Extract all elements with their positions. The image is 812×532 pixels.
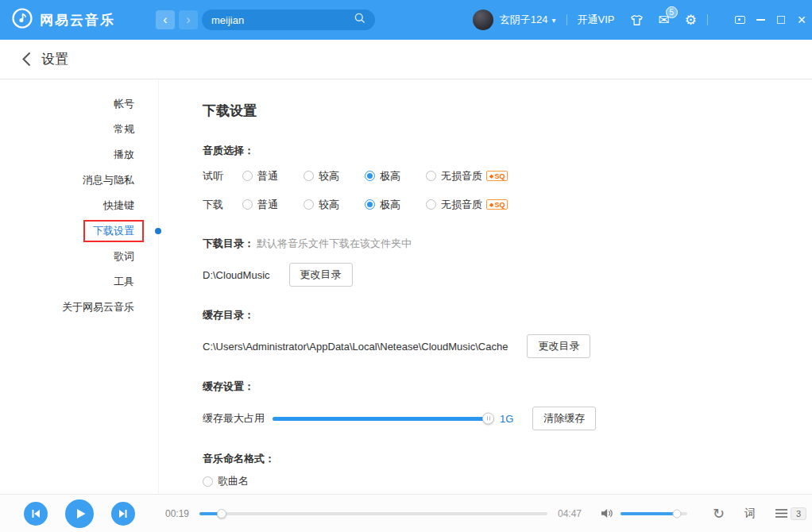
sq-quality-badge: ◆ SQ bbox=[486, 171, 508, 181]
progress-handle[interactable] bbox=[217, 509, 226, 519]
minimize-icon bbox=[756, 19, 765, 21]
mini-player-button[interactable] bbox=[729, 0, 750, 40]
netease-logo-icon bbox=[11, 7, 33, 33]
theme-shirt-icon[interactable] bbox=[630, 13, 644, 27]
radio-icon bbox=[242, 171, 253, 181]
naming-format-section: 音乐命名格式： 歌曲名 歌手 - 歌曲名 歌曲名 - 歌手 bbox=[203, 452, 812, 494]
radio-option-lossless[interactable]: 无损音质 ◆ SQ bbox=[426, 169, 508, 183]
settings-content: 帐号 常规 播放 消息与隐私 快捷键 下载设置 歌词 工具 关于网易云音乐 下载… bbox=[0, 80, 812, 494]
user-name[interactable]: 玄阴子124 bbox=[500, 13, 548, 27]
nav-forward-button[interactable]: › bbox=[179, 10, 198, 29]
mail-icon[interactable]: ✉ 5 bbox=[659, 13, 670, 27]
app-logo: 网易云音乐 bbox=[11, 7, 115, 33]
nav-back-button[interactable]: ‹ bbox=[156, 10, 175, 29]
close-icon: × bbox=[798, 13, 806, 27]
app-title: 网易云音乐 bbox=[40, 11, 115, 29]
sidebar-item-account[interactable]: 帐号 bbox=[0, 91, 158, 117]
sidebar-item-tools[interactable]: 工具 bbox=[0, 269, 158, 295]
minimize-button[interactable] bbox=[750, 0, 771, 40]
titlebar: 网易云音乐 ‹ › 玄阴子124 ▾ 开通VIP ✉ 5 ⚙ bbox=[0, 0, 812, 40]
naming-option-song[interactable]: 歌曲名 bbox=[203, 471, 812, 492]
cache-settings-title: 缓存设置： bbox=[203, 380, 812, 394]
quality-row-download: 下载 普通 较高 极高 无损音质 ◆ bbox=[203, 194, 812, 215]
radio-option-higher[interactable]: 较高 bbox=[304, 169, 365, 183]
next-track-button[interactable] bbox=[111, 502, 135, 526]
quality-section-title: 音质选择： bbox=[203, 144, 812, 158]
radio-icon bbox=[203, 476, 213, 487]
sidebar-item-about[interactable]: 关于网易云音乐 bbox=[0, 295, 158, 320]
sq-diamond-icon: ◆ bbox=[489, 173, 493, 179]
sidebar-item-general[interactable]: 常规 bbox=[0, 117, 158, 142]
settings-header: 设置 bbox=[0, 40, 812, 79]
change-download-dir-button[interactable]: 更改目录 bbox=[289, 263, 353, 287]
cache-size-slider[interactable] bbox=[273, 417, 489, 421]
playlist-button[interactable]: 3 bbox=[775, 507, 806, 520]
radio-option-lossless[interactable]: 无损音质 ◆ SQ bbox=[426, 198, 508, 212]
search-box[interactable] bbox=[202, 10, 375, 30]
radio-checked-icon bbox=[365, 171, 375, 181]
radio-option-normal[interactable]: 普通 bbox=[242, 169, 304, 183]
close-button[interactable]: × bbox=[791, 0, 812, 40]
sidebar-item-playback[interactable]: 播放 bbox=[0, 142, 158, 168]
change-cache-dir-button[interactable]: 更改目录 bbox=[527, 334, 590, 358]
cache-dir-path: C:\Users\Administrator\AppData\Local\Net… bbox=[203, 341, 508, 353]
user-avatar[interactable] bbox=[473, 10, 493, 30]
radio-icon bbox=[304, 171, 314, 181]
cache-slider-handle[interactable] bbox=[482, 413, 494, 425]
maximize-icon bbox=[777, 16, 785, 24]
radio-option-highest[interactable]: 极高 bbox=[365, 198, 426, 212]
loop-mode-icon[interactable]: ↻ bbox=[713, 507, 725, 521]
playlist-count-badge: 3 bbox=[791, 507, 806, 520]
quality-row-label: 下载 bbox=[203, 198, 242, 212]
open-vip-link[interactable]: 开通VIP bbox=[578, 13, 615, 27]
current-time: 00:19 bbox=[159, 508, 189, 519]
selected-indicator-dot bbox=[155, 228, 161, 234]
radio-icon bbox=[242, 199, 253, 210]
clear-cache-button[interactable]: 清除缓存 bbox=[532, 407, 596, 430]
sidebar-item-privacy[interactable]: 消息与隐私 bbox=[0, 168, 158, 193]
radio-icon bbox=[304, 199, 314, 210]
search-icon[interactable] bbox=[354, 13, 365, 27]
volume-slider[interactable] bbox=[621, 512, 687, 515]
settings-gear-icon[interactable]: ⚙ bbox=[685, 13, 697, 27]
titlebar-separator bbox=[707, 14, 708, 25]
playlist-icon bbox=[775, 508, 788, 519]
total-time: 04:47 bbox=[558, 508, 588, 519]
cache-dir-section: 缓存目录： C:\Users\Administrator\AppData\Loc… bbox=[203, 308, 812, 358]
sidebar-item-hotkeys[interactable]: 快捷键 bbox=[0, 193, 158, 218]
radio-option-normal[interactable]: 普通 bbox=[242, 198, 304, 212]
chevron-down-icon: ▾ bbox=[552, 16, 556, 25]
sidebar-item-lyrics[interactable]: 歌词 bbox=[0, 244, 158, 269]
cache-dir-title: 缓存目录： bbox=[203, 308, 812, 322]
mail-badge: 5 bbox=[666, 6, 678, 18]
volume-icon[interactable] bbox=[601, 508, 613, 519]
sq-diamond-icon: ◆ bbox=[489, 202, 493, 207]
download-dir-section: 下载目录：默认将音乐文件下载在该文件夹中 D:\CloudMusic 更改目录 bbox=[203, 237, 812, 287]
maximize-button[interactable] bbox=[771, 0, 791, 40]
radio-option-highest[interactable]: 极高 bbox=[365, 169, 426, 183]
play-button[interactable] bbox=[65, 499, 94, 528]
mini-player-icon bbox=[735, 16, 745, 24]
quality-section: 音质选择： 试听 普通 较高 极高 无损音质 bbox=[203, 144, 812, 215]
previous-track-button[interactable] bbox=[24, 502, 48, 526]
volume-fill bbox=[621, 512, 677, 515]
lyrics-toggle-icon[interactable]: 词 bbox=[744, 507, 756, 521]
quality-row-label: 试听 bbox=[203, 169, 242, 183]
cache-settings-section: 缓存设置： 缓存最大占用 1G 清除缓存 bbox=[203, 380, 812, 430]
volume-handle[interactable] bbox=[673, 509, 682, 518]
sidebar-item-download-settings[interactable]: 下载设置 bbox=[0, 218, 158, 244]
settings-back-button[interactable] bbox=[22, 52, 31, 67]
download-settings-panel: 下载设置 音质选择： 试听 普通 较高 极高 bbox=[159, 80, 812, 494]
panel-title: 下载设置 bbox=[203, 102, 812, 120]
naming-format-title: 音乐命名格式： bbox=[203, 452, 812, 466]
progress-bar[interactable] bbox=[199, 512, 547, 515]
titlebar-separator bbox=[566, 14, 567, 25]
cache-max-label: 缓存最大占用 bbox=[203, 411, 265, 426]
highlight-red-box: 下载设置 bbox=[83, 220, 144, 242]
search-input[interactable] bbox=[211, 14, 354, 26]
quality-row-preview: 试听 普通 较高 极高 无损音质 ◆ bbox=[203, 165, 812, 187]
download-dir-hint: 默认将音乐文件下载在该文件夹中 bbox=[257, 237, 412, 249]
page-header-title: 设置 bbox=[41, 50, 68, 68]
radio-option-higher[interactable]: 较高 bbox=[304, 198, 365, 212]
sq-quality-badge: ◆ SQ bbox=[486, 199, 508, 210]
